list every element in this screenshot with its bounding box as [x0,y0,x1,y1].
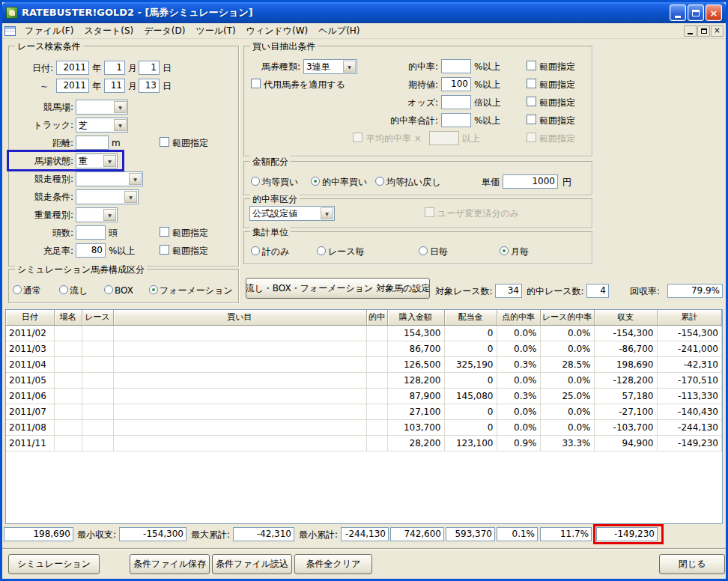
heads-field[interactable] [76,225,106,240]
race-type-select[interactable]: ▼ [76,171,143,186]
expect-range-label[interactable]: 範囲指定 [539,79,575,91]
column-header[interactable]: 点的中率 [497,310,540,325]
date-from-year-field[interactable]: 2011 [56,61,89,75]
track-select[interactable]: 芝 ▼ [76,118,128,133]
close-dialog-button[interactable]: 閉じる [659,554,725,574]
table-row[interactable]: 2011/0727,10000.0%0.0%-27,100-140,430 [6,404,722,419]
sim-box-radio[interactable] [104,285,113,294]
ground-select[interactable]: 重 ▼ [76,153,118,168]
odds-range-checkbox[interactable] [527,97,536,106]
column-header[interactable]: 日付 [6,310,54,325]
clear-conditions-button[interactable]: 条件全クリア [294,554,372,574]
table-row[interactable]: 2011/05128,20000.0%0.0%-128,200-170,510 [6,372,722,388]
sim-normal-label[interactable]: 通常 [23,285,41,296]
table-row[interactable]: 2011/02154,30000.0%0.0%-154,300-154,300 [6,325,722,341]
menu-help[interactable]: ヘルプ(H) [313,23,365,39]
agg-monthly-radio[interactable] [500,246,509,255]
date-from-day-field[interactable]: 1 [139,61,160,75]
column-header[interactable]: 配当金 [444,310,497,325]
child-close-button[interactable]: × [711,25,724,37]
child-restore-button[interactable] [697,25,710,37]
odds-range-label[interactable]: 範囲指定 [539,97,575,109]
ticket-type-select[interactable]: 3連単 ▼ [303,59,357,74]
distance-range-checkbox[interactable] [160,137,169,147]
date-from-month-field[interactable]: 1 [104,61,125,75]
sim-nagashi-radio[interactable] [59,285,68,294]
distance-range-label[interactable]: 範囲指定 [172,138,208,149]
column-header[interactable]: 的中 [366,310,387,325]
agg-per-race-label[interactable]: レース毎 [328,246,365,258]
table-cell [82,356,113,372]
hit-class-select[interactable]: 公式設定値 ▼ [249,206,335,221]
equal-buy-label[interactable]: 均等買い [262,177,298,188]
fill-rate-range-checkbox[interactable] [160,245,169,255]
weight-type-select[interactable]: ▼ [76,207,118,222]
table-cell: 2011/11 [6,435,54,451]
fill-rate-field[interactable]: 80 [76,243,106,258]
fill-rate-range-label[interactable]: 範囲指定 [172,246,208,257]
table-cell: 0 [444,372,497,388]
close-button[interactable]: × [706,4,722,21]
date-to-month-field[interactable]: 11 [104,79,125,93]
heads-range-checkbox[interactable] [160,227,169,237]
save-conditions-button[interactable]: 条件ファイル保存 [130,554,210,574]
agg-total-only-label[interactable]: 計のみ [262,246,290,258]
table-row[interactable]: 2011/0687,900145,0800.3%25.0%57,180-113,… [6,388,722,404]
substitute-ticket-checkbox[interactable] [251,79,261,88]
distance-field[interactable] [76,136,109,150]
menu-data[interactable]: データ(D) [139,23,190,39]
hit-rate-range-label[interactable]: 範囲指定 [539,61,575,73]
target-horses-button[interactable]: 流し・BOX・フォーメーション 対象馬の設定 [246,278,430,299]
substitute-ticket-label[interactable]: 代用馬券を適用する [264,79,345,91]
column-header[interactable]: 累計 [657,310,722,325]
table-row[interactable]: 2011/1128,200123,1000.9%33.3%94,900-149,… [6,435,722,451]
maximize-button[interactable] [688,4,704,21]
menu-file[interactable]: ファイル(F) [19,23,79,39]
sim-normal-radio[interactable] [13,285,22,294]
menu-window[interactable]: ウィンドウ(W) [241,23,314,39]
equal-refund-radio[interactable] [375,177,384,186]
column-header[interactable]: 買い目 [113,310,366,325]
hit-rate-buy-radio[interactable] [311,177,320,186]
column-header[interactable]: 購入金額 [387,310,444,325]
hit-rate-range-checkbox[interactable] [527,61,536,70]
table-row[interactable]: 2011/0386,70000.0%0.0%-86,700-241,000 [6,341,722,356]
column-header[interactable]: 収支 [594,310,657,325]
agg-per-race-radio[interactable] [317,246,326,255]
equal-buy-radio[interactable] [251,177,260,186]
agg-daily-radio[interactable] [419,246,428,255]
menu-tools[interactable]: ツール(T) [190,23,240,39]
heads-range-label[interactable]: 範囲指定 [172,228,208,239]
hit-total-range-label[interactable]: 範囲指定 [539,115,575,127]
agg-daily-label[interactable]: 日毎 [430,246,448,258]
column-header[interactable]: レース [82,310,113,325]
sim-formation-label[interactable]: フォーメーション [160,285,233,296]
hit-total-field[interactable] [441,113,471,127]
sim-formation-radio[interactable] [149,285,158,294]
table-row[interactable]: 2011/04126,500325,1900.3%28.5%198,690-42… [6,356,722,372]
course-select[interactable]: ▼ [76,100,128,115]
agg-total-only-radio[interactable] [251,246,260,255]
date-to-day-field[interactable]: 13 [139,79,160,93]
odds-field[interactable] [441,95,471,109]
expect-field[interactable]: 100 [441,77,471,91]
column-header[interactable]: 場名 [54,310,82,325]
hit-rate-buy-label[interactable]: 的中率買い [322,177,367,188]
unit-price-field[interactable]: 1000 [503,174,558,189]
load-conditions-button[interactable]: 条件ファイル読込 [212,554,292,574]
table-row[interactable]: 2011/08103,70000.0%0.0%-103,700-244,130 [6,419,722,435]
expect-range-checkbox[interactable] [527,79,536,88]
date-to-year-field[interactable]: 2011 [56,79,89,93]
menu-start[interactable]: スタート(S) [79,23,139,39]
simulate-button[interactable]: シミュレーション [8,554,100,574]
hit-rate-field[interactable] [441,59,471,73]
race-cond-select[interactable]: ▼ [76,189,139,204]
child-minimize-button[interactable] [684,25,697,37]
sim-nagashi-label[interactable]: 流し [70,285,88,296]
hit-total-range-checkbox[interactable] [527,115,536,124]
column-header[interactable]: レース的中率 [540,310,594,325]
agg-monthly-label[interactable]: 月毎 [511,246,529,258]
minimize-button[interactable] [670,4,686,21]
equal-refund-label[interactable]: 均等払い戻し [386,177,441,188]
sim-box-label[interactable]: BOX [115,285,133,296]
